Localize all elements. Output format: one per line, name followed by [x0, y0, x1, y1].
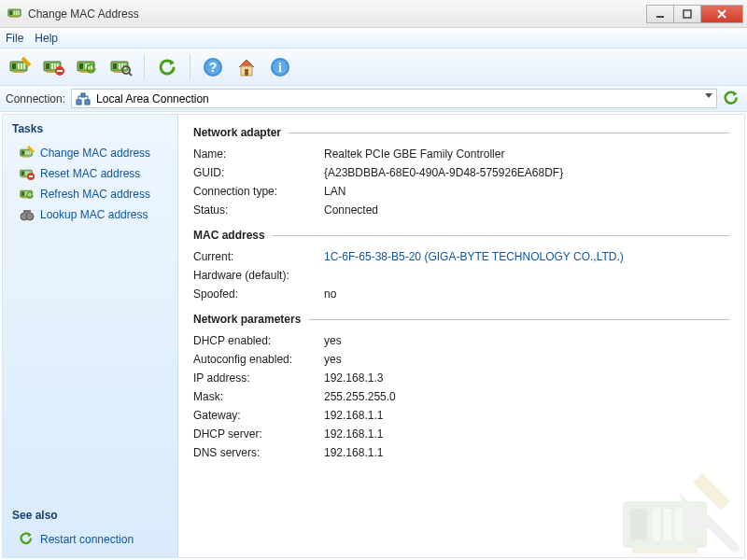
body: Tasks Change MAC address Reset MAC addre…: [2, 114, 745, 558]
adapter-name-label: Name:: [193, 147, 324, 161]
about-button[interactable]: i: [265, 52, 295, 82]
task-lookup-mac[interactable]: Lookup MAC address: [12, 204, 168, 225]
svg-rect-31: [675, 509, 683, 540]
minimize-button[interactable]: [646, 5, 674, 23]
adapter-guid-value: {A23BDBBA-68E0-490A-9D48-575926EA68DF}: [324, 166, 563, 179]
nic-edit-icon: [20, 146, 35, 161]
svg-rect-32: [632, 548, 698, 553]
toolbar-separator: [144, 54, 145, 80]
net-dhcpsrv-label: DHCP server:: [193, 427, 324, 441]
nic-refresh-icon: [20, 187, 35, 202]
mac-hardware-label: Hardware (default):: [193, 269, 324, 282]
menu-file[interactable]: File: [6, 32, 23, 45]
main-panel: Network adapter Name:Realtek PCIe GBE Fa…: [178, 115, 744, 557]
sidebar: Tasks Change MAC address Reset MAC addre…: [3, 115, 178, 557]
maximize-button[interactable]: [673, 5, 701, 23]
task-label: Refresh MAC address: [40, 188, 150, 201]
adapter-guid-label: GUID:: [193, 166, 324, 179]
svg-text:i: i: [278, 61, 282, 75]
adapter-status-value: Connected: [324, 203, 378, 217]
dropdown-arrow-icon: [705, 93, 712, 98]
nic-reset-icon: [20, 166, 35, 181]
net-dns-label: DNS servers:: [193, 446, 324, 459]
adapter-conntype-value: LAN: [324, 185, 345, 198]
net-ip-label: IP address:: [193, 371, 324, 385]
help-button[interactable]: ?: [198, 52, 228, 82]
net-gw-label: Gateway:: [193, 409, 324, 422]
connection-value: Local Area Connection: [96, 92, 209, 105]
toolbar-separator: [190, 54, 190, 80]
adapter-conntype-label: Connection type:: [193, 185, 324, 198]
binoculars-icon: [20, 207, 35, 222]
svg-point-25: [26, 213, 34, 220]
connection-row: Connection: Local Area Connection: [0, 86, 747, 112]
svg-rect-9: [57, 70, 63, 72]
svg-rect-23: [29, 175, 33, 177]
mac-spoofed-label: Spoofed:: [193, 287, 324, 301]
section-title: MAC address: [193, 229, 265, 242]
connection-dropdown[interactable]: Local Area Connection: [71, 89, 717, 108]
big-refresh-button[interactable]: [152, 52, 182, 82]
titlebar: Change MAC Address: [0, 0, 747, 28]
window-controls: [647, 5, 743, 23]
task-reset-mac[interactable]: Reset MAC address: [12, 163, 168, 184]
svg-rect-28: [630, 509, 647, 540]
seealso-header: See also: [12, 509, 168, 522]
close-button[interactable]: [700, 5, 743, 23]
svg-rect-21: [81, 93, 85, 97]
tasks-header: Tasks: [12, 122, 168, 135]
svg-rect-30: [664, 509, 671, 540]
task-refresh-mac[interactable]: Refresh MAC address: [12, 184, 168, 204]
task-label: Reset MAC address: [40, 167, 140, 180]
seealso-restart-connection[interactable]: Restart connection: [12, 529, 168, 550]
section-title: Network adapter: [193, 126, 281, 139]
svg-rect-26: [23, 210, 31, 214]
adapter-name-value: Realtek PCIe GBE Family Controller: [324, 147, 504, 161]
section-title: Network parameters: [193, 313, 301, 326]
task-label: Change MAC address: [40, 147, 150, 160]
change-mac-button[interactable]: [6, 52, 35, 82]
task-change-mac[interactable]: Change MAC address: [12, 143, 168, 163]
svg-rect-29: [653, 509, 660, 540]
refresh-icon: [20, 532, 35, 547]
home-button[interactable]: [232, 52, 261, 82]
svg-rect-15: [245, 69, 248, 76]
window-title: Change MAC Address: [28, 7, 647, 21]
net-dns-value: 192.168.1.1: [324, 446, 383, 459]
net-mask-value: 255.255.255.0: [324, 390, 396, 403]
section-network-adapter: Network adapter: [193, 126, 729, 139]
net-gw-value: 192.168.1.1: [324, 409, 383, 422]
menubar: File Help: [0, 28, 747, 49]
mac-spoofed-value: no: [324, 287, 336, 301]
lookup-mac-button[interactable]: [106, 52, 136, 82]
net-ip-value: 192.168.1.3: [324, 371, 383, 385]
net-auto-label: Autoconfig enabled:: [193, 353, 324, 366]
task-label: Lookup MAC address: [40, 208, 148, 221]
section-network-parameters: Network parameters: [193, 313, 729, 326]
adapter-status-label: Status:: [193, 203, 324, 217]
svg-rect-20: [85, 100, 90, 105]
app-icon: [7, 7, 22, 21]
menu-help[interactable]: Help: [35, 32, 58, 45]
reset-mac-button[interactable]: [39, 52, 69, 82]
svg-rect-19: [77, 100, 81, 105]
net-dhcp-value: yes: [324, 334, 342, 347]
net-mask-label: Mask:: [193, 390, 324, 403]
watermark-icon: [613, 445, 744, 557]
toolbar: ? i: [0, 49, 747, 86]
section-mac-address: MAC address: [193, 229, 729, 242]
net-dhcpsrv-value: 192.168.1.1: [324, 427, 383, 441]
svg-text:?: ?: [209, 60, 218, 75]
net-dhcp-label: DHCP enabled:: [193, 334, 324, 347]
net-auto-value: yes: [324, 353, 342, 366]
refresh-mac-button[interactable]: [73, 52, 103, 82]
refresh-connections-button[interactable]: [723, 90, 741, 108]
seealso-label: Restart connection: [40, 533, 134, 546]
mac-current-value[interactable]: 1C-6F-65-38-B5-20 (GIGA-BYTE TECHNOLOGY …: [324, 250, 624, 263]
connection-label: Connection:: [6, 92, 65, 105]
svg-rect-27: [623, 501, 707, 548]
mac-current-label: Current:: [193, 250, 324, 263]
svg-rect-7: [684, 10, 691, 18]
svg-rect-6: [656, 16, 664, 18]
connection-icon: [76, 91, 91, 106]
